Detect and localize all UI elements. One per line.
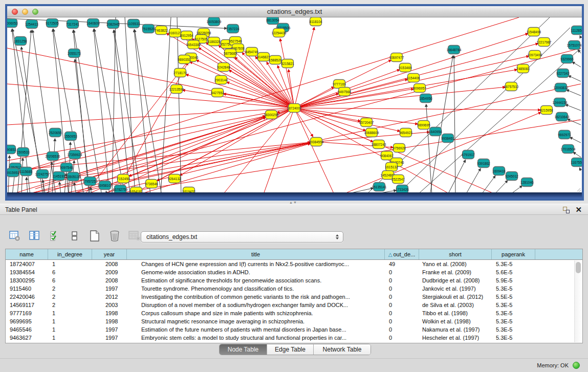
table-cell[interactable]: 0 [385, 334, 419, 342]
table-cell[interactable]: 9463627 [6, 334, 48, 342]
column-header-pagerank[interactable]: pagerank [492, 249, 535, 259]
graph-node[interactable]: 8427552 [211, 89, 224, 97]
graph-node[interactable]: 1105533 [127, 19, 140, 28]
table-cell[interactable]: 49 [385, 260, 419, 268]
table-row[interactable]: 2242004622012Investigating the contribut… [6, 293, 582, 301]
table-cell[interactable]: Wolkin et al. (1998) [419, 317, 492, 325]
graph-node[interactable]: 8215958 [540, 106, 553, 115]
graph-node[interactable]: 10688609 [364, 128, 379, 137]
graph-node[interactable]: 2522547 [391, 175, 405, 184]
table-cell[interactable]: Disruption of a novel member of a sodium… [127, 301, 385, 309]
graph-edge[interactable] [112, 17, 116, 192]
table-cell[interactable]: 5.9E-5 [492, 276, 535, 285]
graph-edge[interactable] [569, 76, 581, 81]
table-cell[interactable]: 9115460 [6, 285, 48, 293]
float-panel-icon[interactable] [563, 207, 570, 213]
graph-edge[interactable] [186, 75, 294, 108]
graph-node[interactable]: 1654187 [129, 187, 143, 193]
graph-node[interactable]: 12254438 [272, 29, 287, 37]
table-cell[interactable]: 9777169 [6, 309, 48, 317]
graph-node[interactable]: 1640954 [429, 127, 442, 136]
table-cell[interactable]: 1 [48, 325, 92, 334]
graph-edge[interactable] [493, 181, 508, 192]
graph-node[interactable]: 9245012 [505, 172, 518, 181]
graph-node[interactable]: 20206536 [46, 152, 60, 161]
table-cell[interactable]: Tibbo et al. (1998) [419, 309, 492, 317]
graph-edge[interactable] [580, 168, 581, 171]
table-cell[interactable]: 1997 [92, 285, 127, 293]
table-cell[interactable]: 0 [385, 276, 419, 285]
graph-edge[interactable] [447, 160, 466, 192]
graph-edge[interactable] [570, 137, 581, 143]
graph-node[interactable]: 16543382 [186, 40, 201, 49]
table-row[interactable]: 911546021997Tourette syndrome. Phenomeno… [6, 285, 582, 293]
graph-edge[interactable] [580, 36, 581, 38]
graph-node[interactable]: 8813054 [266, 17, 279, 25]
graph-node[interactable]: 10973493 [528, 51, 542, 59]
table-cell[interactable]: 6 [48, 268, 92, 276]
graph-node[interactable]: 1619432 [182, 187, 195, 193]
graph-edge[interactable] [294, 108, 540, 110]
table-row[interactable]: 1830029562008Estimation of significance … [6, 276, 582, 285]
create-column-button[interactable] [88, 229, 101, 243]
table-cell[interactable]: 0 [385, 309, 419, 317]
graph-node[interactable]: 12093832 [554, 83, 569, 92]
graph-node[interactable]: 1588520 [269, 56, 282, 64]
graph-node[interactable]: 2903144 [214, 76, 228, 84]
graph-node[interactable]: 19384554 [309, 138, 324, 146]
graph-node[interactable]: 1254413 [25, 20, 38, 29]
graph-edge[interactable] [509, 186, 522, 192]
column-header-year[interactable]: year [92, 249, 127, 259]
table-cell[interactable]: 1 [48, 317, 92, 325]
graph-node[interactable]: 16648784 [447, 46, 462, 54]
table-cell[interactable]: 5.3E-5 [492, 317, 535, 325]
graph-edge[interactable] [572, 62, 581, 67]
graph-edge[interactable] [135, 30, 162, 192]
table-cell[interactable]: 5.3E-5 [492, 285, 535, 293]
graph-node[interactable]: 2718170 [173, 69, 187, 77]
graph-node[interactable]: 7485083 [516, 64, 530, 73]
graph-node[interactable]: 9736546 [145, 180, 158, 188]
column-header-name[interactable]: name [6, 249, 48, 259]
table-cell[interactable]: Jankovic et al. (1997) [419, 285, 492, 293]
table-cell[interactable]: 18724007 [6, 260, 48, 268]
table-cell[interactable]: 0 [385, 293, 419, 301]
graph-node[interactable]: 1112854 [571, 26, 582, 35]
graph-edge[interactable] [430, 56, 453, 192]
graph-edge[interactable] [481, 176, 495, 192]
table-cell[interactable]: 2008 [92, 260, 127, 268]
graph-node[interactable]: 1733426 [396, 185, 409, 193]
graph-node[interactable]: 9097548 [60, 163, 73, 172]
graph-node[interactable]: 17957253 [83, 177, 98, 186]
graph-node[interactable]: 1167550 [571, 158, 582, 167]
graph-edge[interactable] [426, 104, 432, 192]
graph-node[interactable]: 1615132 [385, 163, 398, 171]
graph-node[interactable]: 16958107 [98, 181, 113, 190]
table-cell[interactable]: 0 [385, 301, 419, 309]
graph-node[interactable]: 16210643 [555, 113, 570, 121]
table-cell[interactable]: 2009 [92, 268, 127, 276]
graph-node[interactable]: 9172505 [46, 19, 59, 28]
graph-edge[interactable] [294, 28, 314, 108]
graph-node[interactable]: 9329966 [560, 55, 574, 63]
graph-node[interactable]: 9890351 [178, 55, 191, 64]
table-cell[interactable]: 2008 [92, 276, 127, 285]
graph-edge[interactable] [27, 178, 28, 192]
graph-edge[interactable] [59, 182, 61, 192]
graph-node[interactable]: 7152450 [117, 174, 130, 183]
table-row[interactable]: 1938455462009Genome-wide association stu… [6, 268, 582, 276]
table-cell[interactable]: 0 [385, 285, 419, 293]
graph-node[interactable]: 9160123 [168, 29, 182, 37]
table-cell[interactable]: 22420046 [6, 293, 48, 301]
canvas-resize-grip[interactable] [577, 188, 581, 192]
graph-node[interactable]: 1609418 [492, 167, 506, 176]
graph-edge[interactable] [7, 48, 294, 108]
graph-node[interactable]: 1640609 [86, 19, 100, 28]
tab-network-table[interactable]: Network Table [314, 344, 371, 355]
table-cell[interactable]: 5.3E-5 [492, 260, 535, 268]
graph-node[interactable]: 6791917 [462, 150, 475, 159]
table-row[interactable]: 946362711997Embryonic stem cells: a mode… [6, 334, 582, 342]
graph-node[interactable]: 9692971 [558, 130, 571, 139]
table-select-dropdown[interactable]: citations_edges.txt [141, 231, 343, 243]
table-cell[interactable]: 5.5E-5 [492, 293, 535, 301]
